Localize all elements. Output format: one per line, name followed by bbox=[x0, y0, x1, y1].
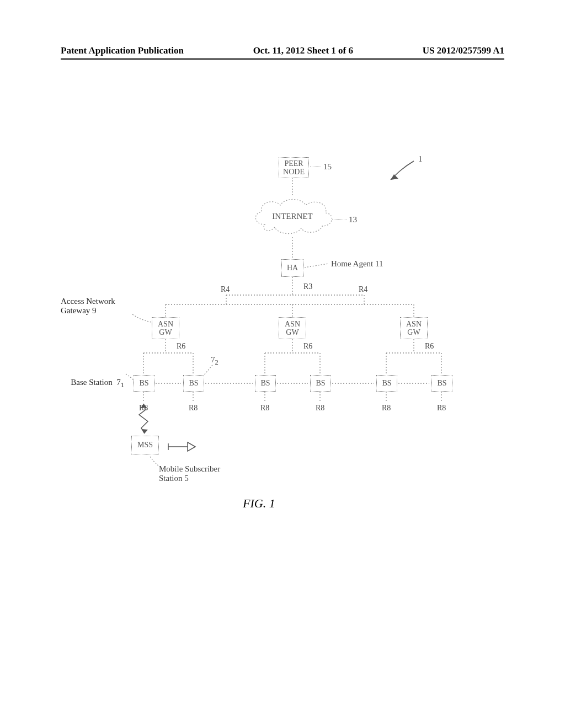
r8-label-6: R8 bbox=[437, 404, 446, 413]
r8-label-4: R8 bbox=[316, 404, 324, 413]
bs-box-1: BS bbox=[134, 375, 154, 392]
asn-gw-box-1: ASN GW bbox=[152, 317, 179, 339]
peer-node-text: PEER NODE bbox=[283, 159, 305, 176]
mss-text: MSS bbox=[137, 441, 153, 449]
mss-box: MSS bbox=[131, 436, 159, 454]
ref-15: 15 bbox=[323, 162, 332, 172]
diagram: 1 PEER NODE 15 INTERNET 13 HA Home Agent… bbox=[61, 154, 502, 507]
header-center: Oct. 11, 2012 Sheet 1 of 6 bbox=[253, 45, 353, 56]
ha-label: Home Agent 11 bbox=[331, 259, 383, 269]
r4-right-label: R4 bbox=[359, 285, 367, 294]
r4-left-label: R4 bbox=[221, 285, 230, 294]
ref-leader-15 bbox=[310, 167, 321, 167]
bs-text-4: BS bbox=[316, 379, 325, 387]
ref-7-2-sub: 2 bbox=[215, 358, 218, 366]
header-left: Patent Application Publication bbox=[61, 45, 184, 56]
bs-side-text: Base Station bbox=[71, 378, 112, 387]
svg-line-36 bbox=[305, 264, 328, 267]
r6-label-3: R6 bbox=[425, 342, 434, 351]
bs-box-4: BS bbox=[310, 375, 331, 392]
r8-label-1: R8 bbox=[139, 404, 148, 413]
home-agent-box: HA bbox=[281, 259, 303, 277]
asn-gw-text-3: ASN GW bbox=[406, 320, 422, 337]
bs-text-1: BS bbox=[139, 379, 148, 387]
svg-marker-33 bbox=[142, 429, 148, 433]
bs-box-5: BS bbox=[376, 375, 397, 392]
bs-box-6: BS bbox=[431, 375, 452, 392]
bs-text-3: BS bbox=[260, 379, 270, 387]
mss-label: Mobile Subscriber Station 5 bbox=[159, 464, 220, 483]
ha-text: HA bbox=[287, 264, 298, 272]
asn-gw-text-2: ASN GW bbox=[285, 320, 300, 337]
bs-text-6: BS bbox=[437, 379, 446, 387]
ref-leader-13 bbox=[332, 220, 347, 220]
page-header: Patent Application Publication Oct. 11, … bbox=[61, 45, 504, 60]
svg-marker-35 bbox=[391, 174, 398, 180]
ref-7-2: 72 bbox=[211, 355, 218, 367]
asn-gw-box-3: ASN GW bbox=[400, 317, 428, 339]
bs-box-2: BS bbox=[183, 375, 204, 392]
bs-side-label: Base Station 71 bbox=[55, 378, 124, 389]
ref-diagram-1: 1 bbox=[418, 154, 423, 164]
ref-7-1-sub: 1 bbox=[121, 381, 124, 389]
r8-label-2: R8 bbox=[189, 404, 198, 413]
ref-7-1-num: 7 bbox=[116, 378, 121, 387]
peer-node-box: PEER NODE bbox=[279, 157, 309, 178]
header-right: US 2012/0257599 A1 bbox=[423, 45, 504, 56]
internet-cloud: INTERNET bbox=[248, 194, 337, 238]
r8-label-3: R8 bbox=[260, 404, 269, 413]
r6-label-1: R6 bbox=[177, 342, 185, 351]
bs-text-2: BS bbox=[189, 379, 198, 387]
internet-text: INTERNET bbox=[272, 212, 312, 221]
asn-gw-side-label: Access Network Gateway 9 bbox=[61, 297, 132, 315]
r8-label-5: R8 bbox=[382, 404, 391, 413]
ref-7-2-num: 7 bbox=[211, 355, 215, 364]
figure-caption: FIG. 1 bbox=[243, 496, 275, 511]
bs-text-5: BS bbox=[382, 379, 391, 387]
r6-label-2: R6 bbox=[303, 342, 312, 351]
asn-gw-text-1: ASN GW bbox=[158, 320, 173, 337]
bs-box-3: BS bbox=[255, 375, 276, 392]
ref-13: 13 bbox=[349, 215, 357, 224]
asn-gw-box-2: ASN GW bbox=[279, 317, 306, 339]
r3-label: R3 bbox=[303, 282, 312, 291]
